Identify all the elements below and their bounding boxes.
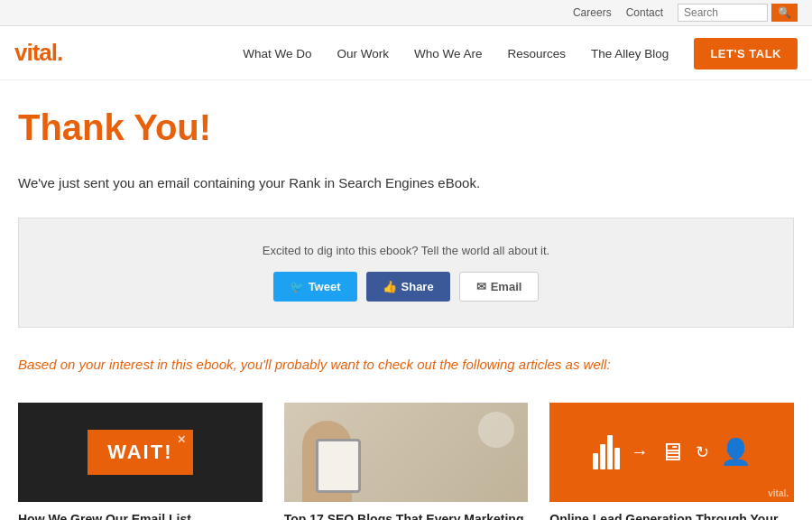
article-title-2: Top 17 SEO Blogs That Every Marketing Ma… [284,511,529,521]
nav-resources[interactable]: Resources [508,47,567,60]
interest-text: Based on your interest in this ebook, yo… [18,355,794,376]
facebook-icon: 👍 [383,280,397,293]
search-input[interactable] [678,4,768,22]
careers-link[interactable]: Careers [573,6,612,19]
email-label: Email [491,280,522,293]
share-label: Share [401,280,434,293]
email-share-button[interactable]: ✉ Email [459,272,540,302]
bar-chart-icon [593,435,620,469]
facebook-share-button[interactable]: 👍 Share [366,272,450,302]
person-icon: 👤 [720,437,752,467]
share-box-text: Excited to dig into this ebook? Tell the… [37,244,775,257]
wait-banner: ✕ WAIT! [88,430,192,475]
search-container: 🔍 [678,4,798,22]
logo: vital. [14,39,62,67]
article-title-1: How We Grew Our Email List Subscription … [18,511,263,521]
nav-alley-blog[interactable]: The Alley Blog [591,47,669,60]
nav-what-we-do[interactable]: What We Do [243,47,311,60]
article-card-3: → 🖥 ↻ 👤 vital. Online Lead Generation Th… [549,403,794,521]
monitor-icon: 🖥 [660,437,685,467]
nav-links: What We Do Our Work Who We Are Resources… [243,46,798,60]
search-button[interactable]: 🔍 [771,4,798,22]
article-image-2 [284,403,529,502]
article-title-3: Online Lead Generation Through Your Webs… [549,511,794,521]
share-buttons: 🐦 Tweet 👍 Share ✉ Email [37,272,775,302]
article-card-2: Top 17 SEO Blogs That Every Marketing Ma… [284,403,529,521]
article-image-1: ✕ WAIT! [18,403,263,502]
circle-decoration [478,412,514,448]
tablet-shape [316,439,361,493]
nav-who-we-are[interactable]: Who We Are [414,47,483,60]
vital-watermark: vital. [768,488,789,498]
share-box: Excited to dig into this ebook? Tell the… [18,218,794,328]
top-bar: Careers Contact 🔍 [0,0,812,26]
contact-link[interactable]: Contact [626,6,663,19]
articles-container: ✕ WAIT! How We Grew Our Email List Subsc… [18,403,794,521]
article-card-1: ✕ WAIT! How We Grew Our Email List Subsc… [18,403,263,521]
arrow-circle-icon: ↻ [696,442,709,462]
main-nav: vital. What We Do Our Work Who We Are Re… [0,26,812,80]
main-content: Thank You! We've just sent you an email … [0,80,812,520]
subtitle-text: We've just sent you an email containing … [18,175,794,190]
tweet-label: Tweet [309,280,341,293]
nav-our-work[interactable]: Our Work [337,47,389,60]
close-icon: ✕ [177,433,188,446]
email-icon: ✉ [476,280,486,293]
article-image-3: → 🖥 ↻ 👤 vital. [549,403,794,502]
tweet-button[interactable]: 🐦 Tweet [273,272,357,302]
arrow-right-icon: → [631,441,649,462]
nav-cta-button[interactable]: LET'S TALK [694,38,798,70]
twitter-icon: 🐦 [290,280,304,293]
thank-you-title: Thank You! [18,107,794,148]
